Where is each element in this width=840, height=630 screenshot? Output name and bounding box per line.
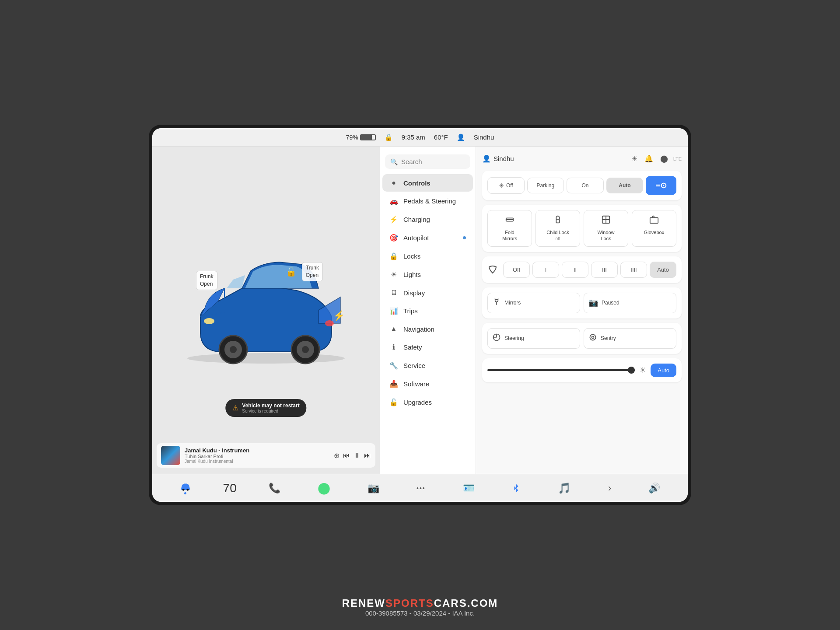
svg-point-6 (302, 346, 309, 353)
mirrors-camera-row: Mirrors 📷 Paused (487, 293, 676, 313)
svg-point-16 (590, 334, 595, 340)
nav-label-service: Service (403, 362, 425, 369)
user-name: Sindhu (494, 155, 514, 162)
sentry-button[interactable]: Sentry (584, 328, 676, 349)
nav-item-display[interactable]: 🖥 Display (382, 284, 473, 301)
wiper-2-button[interactable]: II (562, 262, 588, 278)
bottom-id-button[interactable]: 🪪 (458, 481, 480, 496)
music-source: Jamal Kudu Instrumental (185, 459, 329, 464)
warning-text: Vehicle may not restart Service is requi… (242, 402, 299, 413)
nav-item-pedals[interactable]: 🚗 Pedals & Steering (382, 192, 473, 210)
lights-icon: ☀ (389, 270, 398, 279)
bottom-car-button[interactable] (175, 480, 196, 496)
top-icons: ☀ 🔔 ⬤ LTE (630, 153, 682, 164)
wiper-1-button[interactable]: I (532, 262, 559, 278)
wiper-off-label: Off (513, 266, 520, 273)
mirrors-icon (492, 298, 501, 308)
brightness-section: ☀ Auto (482, 358, 682, 382)
bottom-phone-button[interactable]: 📞 (263, 481, 286, 496)
brightness-auto-button[interactable]: Auto (651, 364, 676, 377)
bottom-spotify-button[interactable]: 🎵 (553, 480, 576, 496)
mirrors-camera-section: Mirrors 📷 Paused (482, 287, 682, 318)
status-user-icon: 👤 (457, 133, 465, 141)
wiper-off-button[interactable]: Off (503, 262, 530, 278)
nav-item-upgrades[interactable]: 🔓 Upgrades (382, 393, 473, 411)
wiper-auto-button[interactable]: Auto (650, 262, 676, 278)
bottom-volume-button[interactable]: 🔊 (643, 481, 665, 496)
bottom-camera-button[interactable]: 📷 (362, 481, 385, 496)
bottom-arrow-button[interactable]: › (603, 481, 616, 496)
lights-control-section: ☀ Off Parking On Auto (482, 171, 682, 200)
camera-icon: 📷 (588, 298, 598, 308)
nav-item-controls[interactable]: ● Controls (382, 174, 473, 192)
album-art (161, 446, 180, 465)
wiper-auto-label: Auto (657, 266, 669, 273)
lock-icon-car: 🔓 (286, 266, 297, 277)
nav-item-lights[interactable]: ☀ Lights (382, 266, 473, 284)
top-controls: 👤 Sindhu ☀ 🔔 ⬤ LTE (482, 153, 682, 164)
bluetooth-icon-button[interactable]: ⬤ (658, 153, 670, 164)
watermark: RENEWSPORTSCARS.COM 000-39085573 - 03/29… (342, 597, 498, 617)
lights-row: ☀ Off Parking On Auto (487, 176, 676, 195)
lights-on-button[interactable]: On (567, 178, 604, 193)
fold-mirrors-button[interactable]: FoldMirrors (487, 210, 532, 247)
nav-label-navigation: Navigation (403, 326, 434, 333)
music-next-button[interactable]: ⏭ (364, 452, 371, 459)
bottom-apps-button[interactable]: ⬤ (312, 480, 336, 497)
steering-sentry-row: Steering Sentry (487, 328, 676, 349)
nav-item-navigation[interactable]: ▲ Navigation (382, 320, 473, 338)
signal-indicator: LTE (673, 156, 682, 161)
search-box[interactable]: 🔍 (385, 154, 470, 169)
brightness-slider[interactable] (487, 369, 635, 371)
nav-item-autopilot[interactable]: 🎯 Autopilot (382, 229, 473, 247)
music-pause-button[interactable]: ⏸ (354, 452, 360, 459)
camera-label: Paused (602, 300, 620, 306)
window-lock-icon (601, 215, 611, 227)
glovebox-button[interactable]: Glovebox (632, 210, 676, 247)
lights-parking-button[interactable]: Parking (527, 178, 564, 193)
nav-item-trips[interactable]: 📊 Trips (382, 302, 473, 320)
navigation-icon: ▲ (389, 325, 398, 333)
bottom-more-button[interactable]: ••• (411, 483, 431, 494)
charging-icon: ⚡ (389, 215, 398, 224)
nav-item-service[interactable]: 🔧 Service (382, 357, 473, 374)
nav-item-safety[interactable]: ℹ Safety (382, 338, 473, 356)
lights-off-button[interactable]: ☀ Off (487, 177, 525, 194)
child-lock-button[interactable]: Child Lockoff (536, 210, 580, 247)
nav-item-software[interactable]: 📥 Software (382, 375, 473, 393)
fold-mirrors-label: FoldMirrors (502, 229, 517, 242)
car-illustration (174, 245, 358, 367)
wiper-4-button[interactable]: IIII (620, 262, 647, 278)
mirrors-button[interactable]: Mirrors (487, 293, 580, 313)
software-icon: 📥 (389, 380, 398, 388)
lights-auto-button[interactable]: Auto (606, 178, 644, 193)
display-icon: 🖥 (389, 289, 398, 297)
camera-button[interactable]: 📷 Paused (584, 293, 676, 313)
nav-item-charging[interactable]: ⚡ Charging (382, 210, 473, 228)
window-lock-button[interactable]: WindowLock (584, 210, 628, 247)
status-temp: 60°F (434, 133, 448, 141)
sun-icon-button[interactable]: ☀ (630, 153, 639, 164)
search-input[interactable] (401, 158, 465, 165)
trips-icon: 📊 (389, 307, 398, 315)
autopilot-dot (463, 236, 466, 239)
status-time: 9:35 am (402, 133, 425, 141)
locks-icon: 🔒 (389, 252, 398, 260)
bell-icon-button[interactable]: 🔔 (643, 153, 655, 164)
nav-item-locks[interactable]: 🔒 Locks (382, 247, 473, 265)
steering-button[interactable]: Steering (487, 328, 580, 349)
svg-point-8 (325, 320, 334, 326)
lock-grid: FoldMirrors Child Lockoff (487, 210, 676, 247)
wiper-3-button[interactable]: III (591, 262, 618, 278)
battery-indicator: 79% (346, 134, 376, 141)
music-prev-button[interactable]: ⏮ (343, 452, 350, 459)
window-lock-label: WindowLock (597, 229, 614, 242)
music-player[interactable]: Jamal Kudu - Instrumen Tuhin Sarkar Prot… (157, 443, 375, 468)
frunk-label: Frunk Open (196, 271, 217, 290)
charging-icon-car: ⚡ (333, 310, 345, 322)
bottom-bluetooth-button[interactable] (507, 482, 526, 494)
headlights-active-button[interactable]: ≡⊙ (646, 176, 676, 195)
wiper-4-label: IIII (630, 266, 637, 273)
user-section: 👤 Sindhu (482, 154, 514, 163)
music-add-button[interactable]: ⊕ (334, 452, 340, 460)
